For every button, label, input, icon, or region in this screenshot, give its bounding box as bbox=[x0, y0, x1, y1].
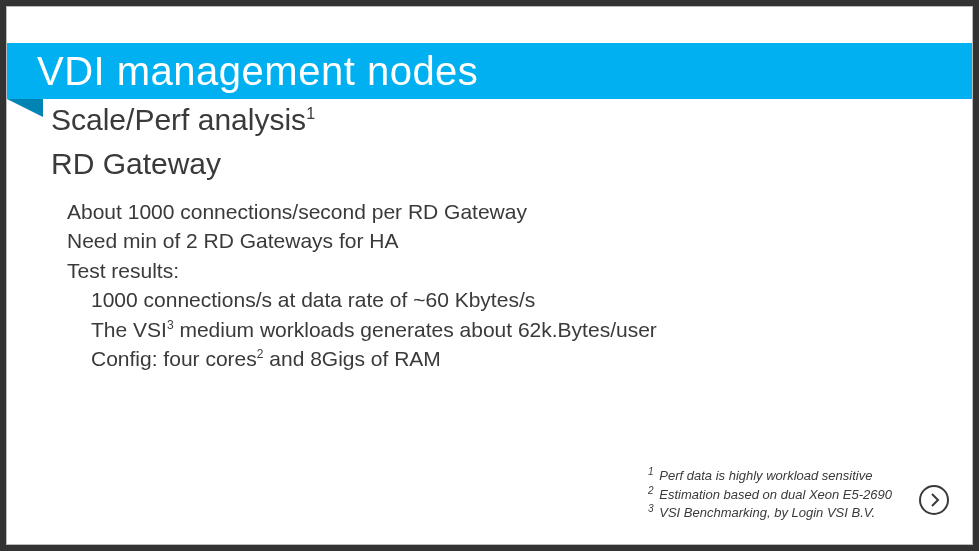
subtitle-text: Scale/Perf analysis bbox=[51, 103, 306, 136]
footnote-text: Estimation based on dual Xeon E5-2690 bbox=[659, 487, 892, 502]
body-line: Need min of 2 RD Gateways for HA bbox=[67, 226, 912, 255]
footnote-text: VSI Benchmarking, by Login VSI B.V. bbox=[659, 506, 875, 521]
title-bar: VDI management nodes bbox=[7, 43, 972, 99]
section-heading: RD Gateway bbox=[51, 147, 221, 181]
footnotes: 1 Perf data is highly workload sensitive… bbox=[648, 466, 892, 522]
slide-subtitle: Scale/Perf analysis1 bbox=[51, 103, 315, 137]
slide: VDI management nodes Scale/Perf analysis… bbox=[6, 6, 973, 545]
footnote-sup: 2 bbox=[648, 485, 654, 496]
subtitle-sup: 1 bbox=[306, 105, 315, 122]
footnote: 1 Perf data is highly workload sensitive bbox=[648, 466, 892, 485]
footnote: 3 VSI Benchmarking, by Login VSI B.V. bbox=[648, 503, 892, 522]
text-span: and 8Gigs of RAM bbox=[263, 347, 440, 370]
footnote-sup: 1 bbox=[648, 466, 654, 477]
text-span: The VSI bbox=[91, 318, 167, 341]
svg-point-0 bbox=[920, 486, 948, 514]
body-line-indent: 1000 connections/s at data rate of ~60 K… bbox=[67, 285, 912, 314]
body-block: About 1000 connections/second per RD Gat… bbox=[67, 197, 912, 373]
slide-title: VDI management nodes bbox=[37, 49, 478, 94]
next-arrow-icon[interactable] bbox=[918, 484, 950, 516]
body-line-indent: Config: four cores2 and 8Gigs of RAM bbox=[67, 344, 912, 373]
footnote-sup: 3 bbox=[648, 503, 654, 514]
footnote: 2 Estimation based on dual Xeon E5-2690 bbox=[648, 485, 892, 504]
body-line-indent: The VSI3 medium workloads generates abou… bbox=[67, 315, 912, 344]
text-span: medium workloads generates about 62k.Byt… bbox=[174, 318, 657, 341]
sup: 3 bbox=[167, 318, 174, 332]
body-line: Test results: bbox=[67, 256, 912, 285]
footnote-text: Perf data is highly workload sensitive bbox=[659, 469, 872, 484]
text-span: Config: four cores bbox=[91, 347, 257, 370]
body-line: About 1000 connections/second per RD Gat… bbox=[67, 197, 912, 226]
